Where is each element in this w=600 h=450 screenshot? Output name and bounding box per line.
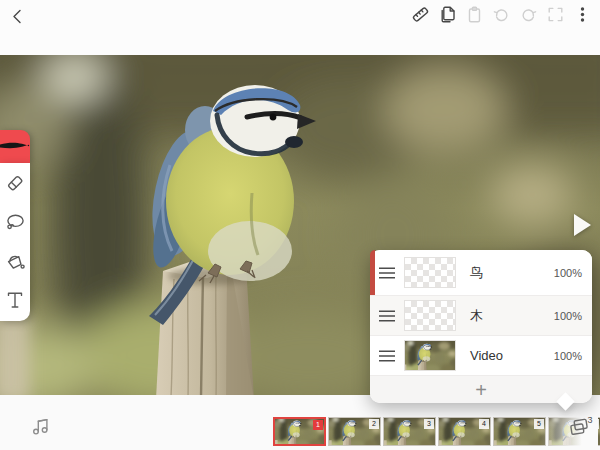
layer-name: 鸟 [470, 264, 554, 282]
layer-thumb-transparent[interactable] [404, 300, 456, 331]
paint-bucket-icon [4, 250, 26, 272]
redo-icon [519, 5, 538, 24]
ruler-icon [411, 5, 430, 24]
layer-name: 木 [470, 307, 554, 325]
bottom-toolbar: 1 2 3 4 5 [0, 395, 600, 450]
music-note-icon [30, 415, 52, 437]
more-menu-button[interactable] [573, 5, 592, 24]
layer-opacity[interactable]: 100% [554, 350, 582, 362]
frame-number-badge: 3 [424, 419, 434, 429]
top-toolbar [0, 0, 600, 55]
undo-button[interactable] [492, 5, 511, 24]
tool-lasso[interactable] [4, 211, 26, 233]
layer-row-video[interactable]: Video 100% [370, 335, 592, 375]
copy-button[interactable] [438, 5, 457, 24]
fullscreen-button[interactable] [546, 5, 565, 24]
frame-number-badge: 4 [479, 419, 489, 429]
layer-row-wood[interactable]: 木 100% [370, 295, 592, 335]
frame-thumbnail-5[interactable]: 5 [493, 417, 546, 446]
audio-button[interactable] [30, 415, 52, 437]
layers-stack-icon: 3 [566, 414, 593, 440]
selected-layer-indicator [370, 250, 375, 295]
layers-panel: 鸟 100% 木 100% Video 100% + [370, 250, 592, 403]
layer-name: Video [470, 348, 554, 363]
layer-count-badge: 3 [588, 415, 593, 425]
frame-number-badge: 5 [534, 419, 544, 429]
paste-button[interactable] [465, 5, 484, 24]
lasso-icon [4, 211, 26, 233]
ruler-tool-button[interactable] [411, 5, 430, 24]
layer-thumb-transparent[interactable] [404, 257, 456, 288]
frame-number-badge: 1 [313, 420, 323, 430]
tool-text[interactable] [4, 289, 26, 311]
clipboard-icon [465, 5, 484, 24]
kebab-menu-icon [573, 5, 592, 24]
frame-thumbnail-1[interactable]: 1 [273, 417, 326, 446]
brush-icon [0, 137, 30, 157]
frame-number-badge: 2 [369, 419, 379, 429]
chevron-left-icon [8, 6, 28, 26]
drag-handle-icon[interactable] [376, 265, 398, 281]
plus-icon: + [475, 380, 487, 400]
text-tool-icon [4, 289, 26, 311]
frame-thumbnail-4[interactable]: 4 [438, 417, 491, 446]
tool-rail [0, 130, 30, 321]
animation-editor-app: 鸟 100% 木 100% Video 100% + [0, 0, 600, 450]
frame-timeline: 1 2 3 4 5 [273, 417, 600, 446]
drag-handle-icon[interactable] [376, 348, 398, 364]
undo-icon [492, 5, 511, 24]
tool-brush-selected[interactable] [0, 130, 30, 163]
top-actions [411, 5, 592, 24]
layer-row-bird[interactable]: 鸟 100% [370, 250, 592, 295]
copy-page-icon [438, 5, 457, 24]
back-button[interactable] [6, 4, 30, 28]
redo-button[interactable] [519, 5, 538, 24]
layer-thumb-video[interactable] [404, 340, 456, 371]
drag-handle-icon[interactable] [376, 308, 398, 324]
layers-toggle-button[interactable]: 3 [566, 414, 593, 440]
layer-opacity[interactable]: 100% [554, 310, 582, 322]
tool-list [0, 163, 30, 321]
play-button[interactable] [574, 214, 591, 236]
tool-eraser[interactable] [4, 172, 26, 194]
fullscreen-icon [546, 5, 565, 24]
tool-fill-bucket[interactable] [4, 250, 26, 272]
eraser-icon [4, 172, 26, 194]
frame-thumbnail-2[interactable]: 2 [328, 417, 381, 446]
layer-opacity[interactable]: 100% [554, 267, 582, 279]
frame-thumbnail-3[interactable]: 3 [383, 417, 436, 446]
